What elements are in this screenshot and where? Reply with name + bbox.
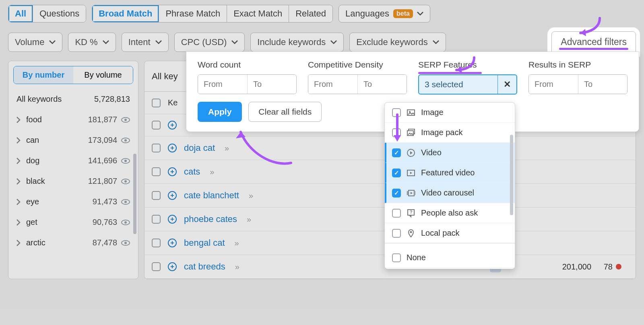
eye-icon[interactable] (121, 158, 130, 164)
chevron-down-icon (49, 40, 56, 44)
serp-option[interactable]: Image (385, 103, 515, 123)
comp-density-from[interactable] (308, 75, 357, 94)
eye-icon[interactable] (121, 240, 130, 246)
scrollbar[interactable] (510, 135, 513, 215)
keyword-link[interactable]: doja cat (184, 143, 215, 153)
tab-exact-match[interactable]: Exact Match (227, 5, 289, 22)
sidebar-item[interactable]: eye (17, 197, 39, 206)
sidebar-item[interactable]: food (17, 115, 42, 124)
chevron-down-icon (433, 40, 439, 44)
results-from[interactable] (529, 75, 578, 94)
word-count-from[interactable] (198, 75, 247, 94)
checkbox[interactable] (392, 128, 401, 137)
expand-icon[interactable]: » (235, 262, 239, 272)
add-keyword-icon[interactable]: + (168, 239, 177, 247)
select-all-checkbox[interactable] (152, 99, 161, 107)
sidebar-item[interactable]: can (17, 136, 39, 145)
sidebar-item[interactable]: black (17, 177, 45, 186)
row-checkbox[interactable] (152, 262, 161, 271)
row-checkbox[interactable] (152, 191, 161, 200)
checkbox[interactable] (392, 108, 401, 117)
table-title: All key (152, 71, 178, 82)
tab-phrase-match[interactable]: Phrase Match (159, 5, 227, 22)
question-icon: ? (407, 209, 415, 218)
tab-broad-match[interactable]: Broad Match (92, 5, 159, 22)
serp-option[interactable]: ? People also ask (385, 203, 515, 223)
group-by-number[interactable]: By number (14, 66, 73, 84)
checkbox[interactable]: ✓ (392, 169, 401, 177)
row-checkbox[interactable] (152, 144, 161, 152)
filter-volume[interactable]: Volume (8, 33, 62, 52)
keyword-link[interactable]: phoebe cates (184, 214, 237, 224)
row-checkbox[interactable] (152, 239, 161, 247)
clear-all-fields-button[interactable]: Clear all fields (248, 102, 322, 122)
filter-kd[interactable]: KD % (68, 33, 116, 52)
expand-icon[interactable]: » (210, 167, 214, 177)
filter-include-keywords[interactable]: Include keywords (250, 33, 344, 52)
serp-features-value: 3 selected (419, 76, 497, 93)
serp-option-none[interactable]: None (385, 248, 515, 268)
expand-icon[interactable]: » (225, 144, 229, 153)
serp-option[interactable]: Local pack (385, 223, 515, 243)
checkbox[interactable] (392, 253, 401, 262)
eye-icon[interactable] (121, 137, 130, 144)
annotation-underline (418, 72, 482, 74)
add-keyword-icon[interactable]: + (168, 167, 177, 176)
chevron-down-icon (330, 40, 337, 44)
eye-icon[interactable] (121, 178, 130, 185)
keyword-link[interactable]: cats (184, 167, 200, 177)
svg-point-5 (124, 160, 127, 162)
apply-button[interactable]: Apply (198, 102, 242, 122)
sidebar-item[interactable]: dog (17, 156, 39, 165)
keyword-link[interactable]: cate blanchett (184, 190, 239, 201)
svg-point-9 (124, 201, 127, 203)
results-to[interactable] (578, 75, 627, 94)
group-by-volume[interactable]: By volume (73, 66, 133, 84)
annotation-underline (559, 48, 628, 50)
checkbox[interactable]: ✓ (392, 148, 401, 157)
add-keyword-icon[interactable]: + (168, 144, 177, 152)
add-keyword-icon[interactable]: + (168, 121, 177, 130)
expand-icon[interactable]: » (235, 239, 239, 248)
chevron-down-icon (155, 40, 162, 44)
languages-dropdown[interactable]: Languages beta (339, 5, 430, 23)
filter-intent[interactable]: Intent (122, 33, 169, 52)
scrollbar[interactable] (133, 154, 136, 234)
checkbox[interactable] (392, 209, 401, 218)
sidebar-item[interactable]: arctic (17, 238, 45, 247)
svg-point-13 (124, 242, 127, 244)
chevron-right-icon (17, 199, 21, 205)
serp-features-clear[interactable]: ✕ (497, 75, 516, 94)
expand-icon[interactable]: » (247, 215, 251, 224)
serp-option[interactable]: Image pack (385, 123, 515, 143)
advanced-filters-button[interactable]: Advanced filters (551, 31, 636, 53)
expand-icon[interactable]: » (249, 191, 253, 200)
serp-option[interactable]: ✓ Video carousel (385, 183, 515, 203)
eye-icon[interactable] (121, 199, 130, 205)
checkbox[interactable]: ✓ (392, 189, 401, 197)
row-checkbox[interactable] (152, 167, 161, 176)
eye-icon[interactable] (121, 117, 130, 123)
checkbox[interactable] (392, 229, 401, 238)
cell-kd: 78 (603, 262, 621, 272)
keyword-link[interactable]: cat breeds (184, 261, 225, 272)
tab-related[interactable]: Related (289, 5, 332, 22)
filter-exclude-keywords[interactable]: Exclude keywords (349, 33, 446, 52)
row-checkbox[interactable] (152, 121, 161, 130)
serp-features-select[interactable]: 3 selected ✕ (418, 74, 517, 95)
eye-icon[interactable] (121, 219, 130, 226)
filter-cpc[interactable]: CPC (USD) (174, 33, 245, 52)
add-keyword-icon[interactable]: + (168, 191, 177, 200)
comp-density-to[interactable] (357, 75, 407, 94)
keyword-link[interactable]: bengal cat (184, 238, 225, 248)
add-keyword-icon[interactable]: + (168, 215, 177, 224)
serp-option[interactable]: ✓ Featured video (385, 163, 515, 183)
tab-questions[interactable]: Questions (33, 5, 86, 22)
add-keyword-icon[interactable]: + (168, 262, 177, 271)
row-checkbox[interactable] (152, 215, 161, 224)
word-count-to[interactable] (247, 75, 296, 94)
serp-option[interactable]: ✓ Video (385, 143, 515, 163)
sidebar-item[interactable]: get (17, 218, 37, 227)
chevron-right-icon (17, 137, 21, 144)
tab-all[interactable]: All (8, 5, 33, 22)
